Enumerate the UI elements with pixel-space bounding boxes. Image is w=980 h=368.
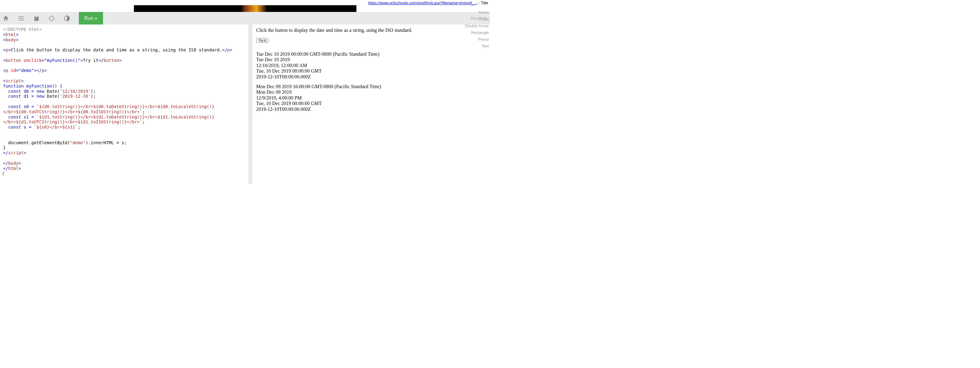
svg-rect-2 <box>19 19 24 20</box>
code-tag-html: html <box>5 32 16 37</box>
annot-pencil[interactable]: Pencil <box>465 36 489 43</box>
code-button-text: Try it <box>83 58 99 63</box>
text-cursor <box>3 171 3 176</box>
result-line: 2019-12-10T00:00:00.000Z <box>256 107 486 112</box>
save-icon[interactable] <box>33 15 40 22</box>
result-line: Tue, 10 Dec 2019 08:00:00 GMT <box>256 68 486 74</box>
annot-circle[interactable]: Circle <box>465 16 489 22</box>
annot-rectangle[interactable]: Rectangle <box>465 29 489 36</box>
svg-rect-3 <box>49 15 54 21</box>
page-url-suffix: - Title <box>477 1 488 5</box>
home-icon[interactable] <box>2 15 9 22</box>
result-block-2: Mon Dec 09 2019 16:00:00 GMT-0800 (Pacif… <box>256 84 486 112</box>
code-s: const s = ` <box>3 125 37 130</box>
code-assign: document.getElementById( <box>3 140 70 145</box>
ad-banner <box>134 5 356 12</box>
result-line: 2019-12-10T08:00:00.000Z <box>256 74 486 80</box>
code-s1: const s1 = ` <box>3 115 39 119</box>
annotation-tool-panel: Arrow Circle Double Arrow Rectangle Penc… <box>465 9 489 50</box>
page-url-link[interactable]: https://www.w3schools.com/jsref/tryit.as… <box>368 1 477 5</box>
result-line: Mon Dec 09 2019 <box>256 90 486 95</box>
editor-toolbar: Run » Result Si <box>0 12 490 24</box>
code-tag-body: body <box>5 37 16 42</box>
code-s0: const s0 = ` <box>3 104 39 109</box>
code-d1: const d1 = <box>3 94 37 99</box>
code-p-text: Click the button to display the date and… <box>11 48 222 52</box>
result-line: 12/9/2019, 4:00:00 PM <box>256 95 486 101</box>
run-button[interactable]: Run » <box>79 12 103 24</box>
svg-rect-0 <box>19 16 24 17</box>
result-line: Tue Dec 10 2019 <box>256 57 486 62</box>
tryit-button[interactable]: Try it <box>256 38 268 43</box>
code-val-onclick: "myFunction()" <box>45 58 80 63</box>
code-tag-html-close: html <box>8 166 19 171</box>
annot-arrow[interactable]: Arrow <box>465 9 489 16</box>
code-attr-id: id <box>11 68 16 73</box>
result-block-1: Tue Dec 10 2019 00:00:00 GMT-0800 (Pacif… <box>256 51 486 80</box>
code-doctype: <!DOCTYPE html> <box>3 27 41 32</box>
result-line: Mon Dec 09 2019 16:00:00 GMT-0800 (Pacif… <box>256 84 486 90</box>
annot-text[interactable]: Text <box>465 43 489 50</box>
result-line: Tue, 10 Dec 2019 00:00:00 GMT <box>256 101 486 106</box>
rotate-icon[interactable] <box>48 15 55 22</box>
result-line: 12/10/2019, 12:00:00 AM <box>256 63 486 68</box>
result-intro: Click the button to display the date and… <box>256 27 486 33</box>
page-url-bar: https://www.w3schools.com/jsref/tryit.as… <box>0 0 490 5</box>
code-tag-script-close: script <box>8 150 24 155</box>
code-fn-decl: function myFunction() { <box>3 83 62 88</box>
code-d0: const d0 = <box>3 89 37 94</box>
pane-divider[interactable] <box>248 24 253 184</box>
result-line: Tue Dec 10 2019 00:00:00 GMT-0800 (Pacif… <box>256 51 486 57</box>
svg-rect-1 <box>19 18 24 19</box>
code-attr-onclick: onclick <box>24 58 41 63</box>
code-tag-script: script <box>5 78 21 83</box>
code-val-id: "demo" <box>19 68 34 73</box>
theme-icon[interactable] <box>64 15 70 22</box>
result-pane: Click the button to display the date and… <box>253 24 490 184</box>
code-editor[interactable]: <!DOCTYPE html> <html> <body> <p>Click t… <box>0 24 248 184</box>
editor-panes: <!DOCTYPE html> <html> <body> <p>Click t… <box>0 24 490 184</box>
menu-icon[interactable] <box>18 15 24 22</box>
annot-double-arrow[interactable]: Double Arrow <box>465 22 489 29</box>
code-tag-body-close: body <box>8 161 19 166</box>
